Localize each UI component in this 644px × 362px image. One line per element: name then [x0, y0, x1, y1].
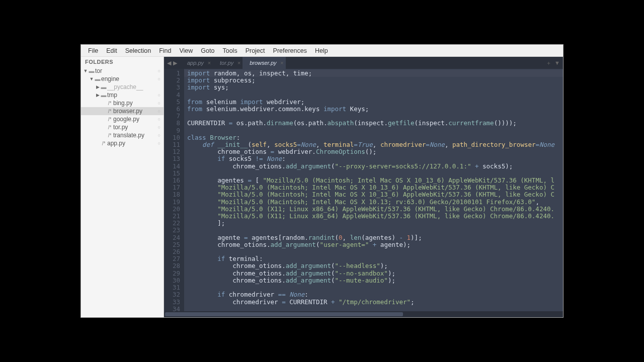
- code-line[interactable]: import subprocess;: [187, 77, 563, 84]
- line-number: 2: [164, 77, 180, 84]
- code-area[interactable]: 1234567891011121314151617181920212223242…: [164, 69, 563, 311]
- menu-goto[interactable]: Goto: [197, 46, 218, 56]
- tree-arrow-icon[interactable]: ▶: [95, 84, 100, 89]
- tree-item-tmp[interactable]: ▶▬tmp○: [81, 91, 164, 99]
- tree-item-bing-py[interactable]: /*bing.py○: [81, 99, 164, 107]
- code-line[interactable]: ];: [187, 220, 563, 227]
- code-line[interactable]: agentes = [ "Mozilla/5.0 (Macintosh; Int…: [187, 177, 563, 184]
- status-dot-icon: ○: [158, 68, 160, 73]
- nav-forward-icon[interactable]: ▶: [173, 60, 177, 66]
- menu-help[interactable]: Help: [311, 46, 332, 56]
- close-icon[interactable]: ×: [237, 60, 240, 66]
- scrollbar-thumb[interactable]: [165, 312, 403, 316]
- tree-item-engine[interactable]: ▼▬engine○: [81, 75, 164, 83]
- tree-arrow-icon[interactable]: ▼: [89, 76, 94, 81]
- line-number: 14: [164, 163, 180, 170]
- code-line[interactable]: if chromedriver == None:: [187, 291, 563, 298]
- code-line[interactable]: [187, 170, 563, 177]
- code-line[interactable]: [187, 113, 563, 120]
- code-line[interactable]: def __init__(self, socks5=None, terminal…: [187, 141, 563, 148]
- menu-selection[interactable]: Selection: [121, 46, 155, 56]
- code-line[interactable]: chromedriver = CURRENTDIR + "/tmp/chrome…: [187, 299, 563, 306]
- chevron-down-icon[interactable]: ▼: [554, 60, 560, 66]
- line-number: 16: [164, 177, 180, 184]
- line-number: 20: [164, 206, 180, 213]
- plus-icon[interactable]: ＋: [546, 59, 551, 67]
- menu-preferences[interactable]: Preferences: [269, 46, 311, 56]
- code-line[interactable]: "Mozilla/5.0 (X11; Linux x86_64) AppleWe…: [187, 213, 563, 220]
- line-number: 10: [164, 134, 180, 141]
- menu-find[interactable]: Find: [155, 46, 175, 56]
- file-icon: /*: [106, 101, 113, 106]
- line-number: 22: [164, 220, 180, 227]
- menu-tools[interactable]: Tools: [218, 46, 241, 56]
- code-line[interactable]: "Mozilla/5.0 (Macintosh; Intel Mac OS X …: [187, 184, 563, 191]
- tab-nav[interactable]: ◀ ▶: [164, 57, 180, 69]
- tree-arrow-icon[interactable]: ▼: [83, 68, 88, 73]
- tree-item-translate-py[interactable]: /*translate.py○: [81, 131, 164, 139]
- code-content[interactable]: import random, os, inspect, time;import …: [184, 69, 563, 311]
- code-line[interactable]: chrome_otions.add_argument("--mute-audio…: [187, 277, 563, 284]
- editor-window: FileEditSelectionFindViewGotoToolsProjec…: [80, 44, 564, 318]
- menu-view[interactable]: View: [175, 46, 197, 56]
- code-line[interactable]: from selenium import webdriver;: [187, 99, 563, 106]
- tab-browser-py[interactable]: browser.py×: [243, 57, 285, 69]
- close-icon[interactable]: ×: [280, 60, 283, 66]
- tabbar: ◀ ▶ app.py×tor.py×browser.py× ＋ ▼: [164, 57, 563, 69]
- tree-item-browser-py[interactable]: /*browser.py○: [81, 107, 164, 115]
- menu-project[interactable]: Project: [242, 46, 269, 56]
- code-line[interactable]: [187, 92, 563, 99]
- tree-arrow-icon[interactable]: ▶: [95, 93, 100, 98]
- line-number: 27: [164, 255, 180, 262]
- code-line[interactable]: chrome_otions.add_argument("--proxy-serv…: [187, 163, 563, 170]
- close-icon[interactable]: ×: [208, 60, 211, 66]
- code-line[interactable]: if socks5 != None:: [187, 155, 563, 162]
- code-line[interactable]: chrome_otions = webdriver.ChromeOptions(…: [187, 148, 563, 155]
- status-dot-icon: ○: [158, 109, 160, 114]
- folder-tree: ▼▬tor○▼▬engine○▶▬__pycache__▶▬tmp○/*bing…: [81, 67, 164, 317]
- tab-controls[interactable]: ＋ ▼: [543, 57, 563, 69]
- code-line[interactable]: [187, 127, 563, 134]
- file-icon: /*: [106, 133, 113, 138]
- folder-icon: ▬: [100, 92, 107, 98]
- code-line[interactable]: class Browser:: [187, 134, 563, 141]
- nav-back-icon[interactable]: ◀: [167, 60, 171, 66]
- tree-item-tor-py[interactable]: /*tor.py○: [81, 123, 164, 131]
- line-number: 34: [164, 306, 180, 311]
- code-line[interactable]: [187, 284, 563, 291]
- line-number: 5: [164, 99, 180, 106]
- sidebar: FOLDERS ▼▬tor○▼▬engine○▶▬__pycache__▶▬tm…: [81, 57, 164, 317]
- line-number: 4: [164, 92, 180, 99]
- tab-app-py[interactable]: app.py×: [180, 57, 213, 69]
- code-line[interactable]: from selenium.webdriver.common.keys impo…: [187, 106, 563, 113]
- tab-tor-py[interactable]: tor.py×: [213, 57, 243, 69]
- file-icon: /*: [106, 117, 113, 122]
- code-line[interactable]: [187, 248, 563, 255]
- code-line[interactable]: "Mozilla/5.0 (Macintosh; Intel Mac OS X …: [187, 199, 563, 206]
- code-line[interactable]: "Mozilla/5.0 (X11; Linux x86_64) AppleWe…: [187, 206, 563, 213]
- tree-item-google-py[interactable]: /*google.py○: [81, 115, 164, 123]
- code-line[interactable]: CURRENTDIR = os.path.dirname(os.path.abs…: [187, 120, 563, 127]
- code-line[interactable]: [187, 306, 563, 311]
- tree-item-tor[interactable]: ▼▬tor○: [81, 67, 164, 75]
- line-number: 11: [164, 141, 180, 148]
- horizontal-scrollbar[interactable]: [164, 311, 563, 317]
- code-line[interactable]: agente = agentes[random.randint(0, len(a…: [187, 234, 563, 241]
- menu-file[interactable]: File: [84, 46, 102, 56]
- line-number: 28: [164, 262, 180, 269]
- tree-item-app-py[interactable]: /*app.py○: [81, 139, 164, 147]
- menu-edit[interactable]: Edit: [102, 46, 121, 56]
- code-line[interactable]: chrome_otions.add_argument("--no-sandbox…: [187, 270, 563, 277]
- code-line[interactable]: chrome_otions.add_argument("--headless")…: [187, 262, 563, 269]
- line-gutter: 1234567891011121314151617181920212223242…: [164, 69, 184, 311]
- code-line[interactable]: "Mozilla/5.0 (Macintosh; Intel Mac OS X …: [187, 191, 563, 198]
- code-line[interactable]: if terminal:: [187, 255, 563, 262]
- menubar: FileEditSelectionFindViewGotoToolsProjec…: [81, 45, 563, 57]
- code-line[interactable]: [187, 227, 563, 234]
- code-line[interactable]: import sys;: [187, 84, 563, 91]
- line-number: 17: [164, 184, 180, 191]
- tree-item-__pycache__[interactable]: ▶▬__pycache__: [81, 83, 164, 91]
- status-dot-icon: ○: [158, 76, 160, 81]
- status-dot-icon: ○: [158, 133, 160, 138]
- code-line[interactable]: chrome_otions.add_argument("user-agent="…: [187, 241, 563, 248]
